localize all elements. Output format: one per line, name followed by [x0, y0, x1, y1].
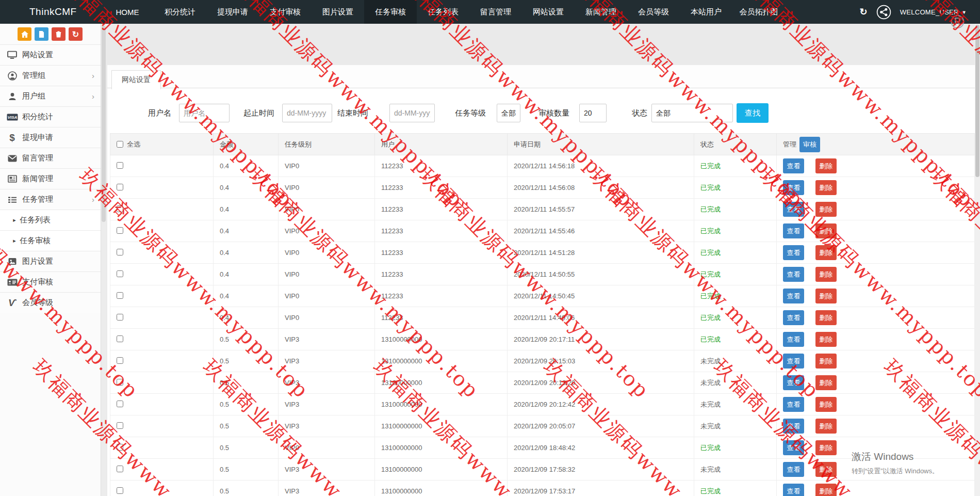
nav-item[interactable]: 新闻管理: [575, 0, 627, 24]
view-button[interactable]: 查看: [783, 332, 804, 347]
status-select[interactable]: 全部: [651, 104, 733, 122]
start-time-input[interactable]: [282, 104, 332, 122]
sidebar-item[interactable]: ▸ 任务审核: [0, 230, 101, 251]
nav-item[interactable]: 网站设置: [522, 0, 575, 24]
delete-button[interactable]: 删除: [815, 332, 837, 347]
nav-item[interactable]: 会员拓扑图: [732, 0, 785, 24]
row-checkbox[interactable]: [117, 314, 123, 321]
delete-button[interactable]: 删除: [815, 289, 837, 303]
nav-item[interactable]: 图片设置: [312, 0, 364, 24]
view-button[interactable]: 查看: [783, 419, 804, 434]
task-level-select[interactable]: 全部: [497, 104, 520, 122]
delete-button[interactable]: 删除: [815, 484, 837, 496]
nav-item[interactable]: 会员等级: [627, 0, 680, 24]
delete-button[interactable]: 删除: [815, 419, 837, 434]
page-scrollbar-thumb[interactable]: [975, 25, 979, 177]
sidebar-tool-button[interactable]: [18, 27, 31, 41]
nav-item[interactable]: 任务列表: [417, 0, 469, 24]
amount-cell: 0.4: [214, 264, 279, 285]
delete-button[interactable]: 删除: [815, 180, 837, 195]
row-checkbox[interactable]: [117, 335, 123, 342]
sidebar-tool-button[interactable]: ↻: [69, 27, 83, 41]
delete-button[interactable]: 删除: [815, 440, 837, 455]
row-checkbox[interactable]: [117, 401, 123, 407]
view-button[interactable]: 查看: [783, 289, 804, 303]
sidebar-scrollbar[interactable]: [101, 24, 106, 496]
delete-button[interactable]: 删除: [815, 223, 837, 238]
sidebar-item[interactable]: VISA 积分统计: [0, 106, 101, 127]
view-button[interactable]: 查看: [783, 310, 804, 325]
view-button[interactable]: 查看: [783, 462, 804, 477]
status-badge: 已完成: [700, 162, 721, 170]
refresh-icon[interactable]: ↻: [860, 6, 868, 18]
username-input[interactable]: [179, 104, 230, 122]
sidebar-item[interactable]: 支付审核: [0, 271, 101, 292]
nav-item[interactable]: HOME: [101, 0, 154, 24]
sidebar-item[interactable]: 新闻管理: [0, 168, 101, 189]
delete-button[interactable]: 删除: [815, 310, 837, 325]
audit-count-input[interactable]: [579, 104, 607, 122]
sidebar-item-icon: [5, 51, 19, 59]
delete-button[interactable]: 删除: [815, 158, 837, 173]
delete-button[interactable]: 删除: [815, 354, 837, 369]
avatar[interactable]: [876, 5, 891, 20]
sidebar-tool-button[interactable]: [52, 27, 66, 41]
nav-item[interactable]: 任务审核: [364, 0, 417, 24]
nav-item[interactable]: 本站用户: [680, 0, 732, 24]
delete-button[interactable]: 删除: [815, 375, 837, 390]
sidebar-item[interactable]: 图片设置: [0, 251, 101, 271]
brand-logo[interactable]: ThinkCMF: [0, 0, 101, 24]
row-checkbox[interactable]: [117, 227, 123, 234]
row-checkbox[interactable]: [117, 162, 123, 169]
nav-item[interactable]: 提现申请: [206, 0, 259, 24]
row-checkbox[interactable]: [117, 466, 123, 472]
row-checkbox[interactable]: [117, 270, 123, 277]
sidebar-item[interactable]: Ѵ 会员等级: [0, 292, 101, 313]
view-button[interactable]: 查看: [783, 267, 804, 282]
view-button[interactable]: 查看: [783, 158, 804, 173]
sidebar-tool-button[interactable]: [35, 27, 48, 41]
nav-item[interactable]: 留言管理: [469, 0, 522, 24]
view-button[interactable]: 查看: [783, 202, 804, 217]
nav-item[interactable]: 支付审核: [259, 0, 312, 24]
nav-item[interactable]: 积分统计: [154, 0, 206, 24]
row-checkbox[interactable]: [117, 487, 123, 494]
row-checkbox[interactable]: [117, 379, 123, 386]
delete-button[interactable]: 删除: [815, 267, 837, 282]
end-time-input[interactable]: [389, 104, 435, 122]
sidebar-item[interactable]: 任务管理 ›: [0, 189, 101, 210]
view-button[interactable]: 查看: [783, 180, 804, 195]
search-button[interactable]: 查找: [737, 103, 769, 123]
sidebar-item[interactable]: $ 提现申请: [0, 127, 101, 148]
row-checkbox[interactable]: [117, 422, 123, 429]
row-checkbox[interactable]: [117, 292, 123, 299]
delete-button[interactable]: 删除: [815, 462, 837, 477]
top-navbar: ThinkCMF HOME 积分统计 提现申请 支付审核 图片设置 任务审核 任…: [0, 0, 980, 24]
view-button[interactable]: 查看: [783, 375, 804, 390]
delete-button[interactable]: 删除: [815, 397, 837, 412]
sidebar-item[interactable]: 留言管理: [0, 148, 101, 168]
view-button[interactable]: 查看: [783, 397, 804, 412]
view-button[interactable]: 查看: [783, 354, 804, 369]
sidebar-scrollbar-thumb[interactable]: [102, 26, 106, 222]
page-scrollbar[interactable]: [975, 24, 980, 496]
view-button[interactable]: 查看: [783, 223, 804, 238]
row-checkbox[interactable]: [117, 184, 123, 190]
select-all-checkbox[interactable]: [117, 141, 123, 148]
view-button[interactable]: 查看: [783, 484, 804, 496]
sidebar-item[interactable]: 网站设置: [0, 44, 101, 65]
row-checkbox[interactable]: [117, 205, 123, 212]
sidebar-item[interactable]: 用户组 ›: [0, 86, 101, 106]
sidebar-item[interactable]: 管理组 ›: [0, 65, 101, 86]
delete-button[interactable]: 删除: [815, 245, 837, 260]
table-row: 0.5 VIP3 13100000000 2020/12/09 20:17:11…: [110, 329, 975, 350]
audit-button[interactable]: 审核: [799, 137, 820, 152]
sidebar-item[interactable]: ▸ 任务列表: [0, 210, 101, 230]
view-button[interactable]: 查看: [783, 245, 804, 260]
delete-button[interactable]: 删除: [815, 202, 837, 217]
row-checkbox[interactable]: [117, 249, 123, 255]
view-button[interactable]: 查看: [783, 440, 804, 455]
tab-site-settings[interactable]: 网站设置: [111, 70, 161, 89]
row-checkbox[interactable]: [117, 444, 123, 451]
row-checkbox[interactable]: [117, 357, 123, 364]
